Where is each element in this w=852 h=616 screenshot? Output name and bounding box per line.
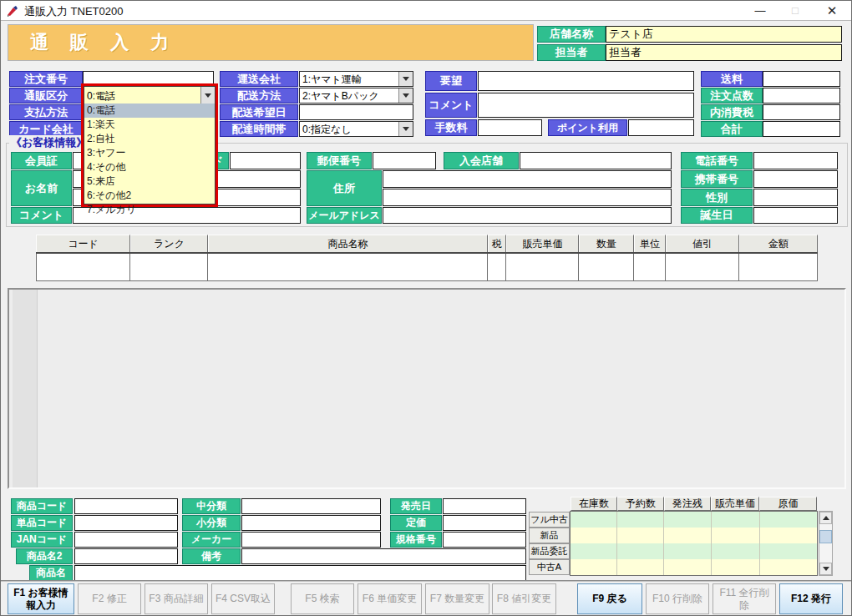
- carrier-combobox[interactable]: 1:ヤマト運輸: [299, 71, 413, 87]
- stock-cell: [571, 559, 617, 575]
- unit-code-label: 単品コード: [11, 515, 73, 531]
- chevron-down-icon[interactable]: [398, 88, 413, 103]
- stock-cell: [712, 512, 760, 528]
- request-field[interactable]: [478, 71, 694, 91]
- col-header-quantity: 数量: [579, 235, 634, 253]
- member-code-field[interactable]: [230, 152, 301, 169]
- chevron-down-icon[interactable]: [398, 122, 413, 136]
- minimize-button[interactable]: —: [746, 1, 774, 20]
- birthday-field[interactable]: [753, 207, 838, 224]
- small-class-label: 小分類: [182, 515, 241, 531]
- comment-label: コメント: [425, 93, 477, 118]
- col-header-tax: 税: [488, 235, 506, 253]
- item-cell[interactable]: [36, 254, 130, 281]
- fkey-bar-divider: [1, 580, 851, 582]
- dropdown-option[interactable]: 7:メルカリ: [84, 203, 215, 217]
- email-field[interactable]: [383, 207, 672, 224]
- fkey-f5-button: F5 検索: [291, 583, 354, 614]
- maker-label: メーカー: [182, 532, 241, 548]
- mid-class-label: 中分類: [182, 498, 241, 514]
- item-cell[interactable]: [208, 254, 488, 281]
- stock-cell: [712, 559, 760, 575]
- stock-row-new-consign: 新品委託: [529, 543, 570, 559]
- scrollbar-thumb[interactable]: [819, 530, 832, 543]
- stock-cell: [712, 543, 760, 559]
- item-cell[interactable]: [579, 254, 634, 281]
- fee-field[interactable]: [478, 119, 542, 136]
- store-name-label: 店舗名称: [537, 26, 606, 43]
- category-dropdown[interactable]: 0:電話 0:電話 1:楽天 2:自社 3:ヤフー 4:その他 5:来店 6:そ…: [81, 83, 218, 207]
- delivery-time-value: 0:指定なし: [302, 122, 352, 136]
- stock-cell: [664, 559, 711, 575]
- dropdown-option[interactable]: 2:自社: [84, 132, 215, 146]
- payment-label: 支払方法: [9, 104, 83, 120]
- shipping-fee-field[interactable]: [763, 71, 840, 87]
- product-code-label: 商品コード: [11, 498, 73, 514]
- delivery-time-label: 配達時間帯: [220, 121, 298, 137]
- item-cell[interactable]: [488, 254, 506, 281]
- fkey-f12-button[interactable]: F12 発行: [779, 583, 843, 614]
- phone-label: 電話番号: [681, 152, 753, 169]
- delivery-method-label: 配送方法: [220, 88, 298, 104]
- dropdown-option[interactable]: 4:その他: [84, 160, 215, 174]
- delivery-date-field[interactable]: [299, 104, 413, 120]
- col-header-rank: ランク: [130, 235, 208, 253]
- stock-cell: [617, 559, 664, 575]
- item-cell[interactable]: [130, 254, 208, 281]
- total-field: [763, 121, 840, 137]
- stock-cell: [664, 512, 711, 528]
- store-name-field[interactable]: テスト店: [606, 26, 842, 43]
- chevron-down-icon[interactable]: [200, 87, 215, 104]
- postal-code-field[interactable]: [373, 152, 436, 169]
- address-field-2[interactable]: [383, 189, 672, 206]
- dropdown-option[interactable]: 6:その他2: [84, 189, 215, 203]
- dropdown-option[interactable]: 0:電話: [84, 104, 215, 118]
- fkey-f8-button: F8 値引変更: [492, 583, 556, 614]
- product-name-label: 商品名: [29, 565, 73, 581]
- col-header-unit: 単位: [634, 235, 666, 253]
- category-combobox[interactable]: 0:電話: [84, 86, 216, 105]
- mobile-label: 携帯番号: [681, 170, 753, 188]
- stock-header-cost: 原価: [759, 497, 817, 511]
- fkey-f1-button[interactable]: F1 お客様情報入力: [8, 583, 74, 614]
- delivery-time-combobox[interactable]: 0:指定なし: [299, 121, 413, 137]
- mobile-field[interactable]: [753, 170, 838, 188]
- stock-grid-row: [571, 512, 817, 528]
- points-field[interactable]: [628, 119, 694, 136]
- product-name-field: [74, 565, 526, 581]
- dropdown-option[interactable]: 5:来店: [84, 174, 215, 189]
- scroll-up-icon[interactable]: [819, 512, 832, 524]
- stock-cell: [571, 528, 617, 543]
- stock-scrollbar[interactable]: [819, 511, 833, 576]
- gender-label: 性別: [681, 189, 753, 206]
- fkey-f3-button: F3 商品詳細: [145, 583, 208, 614]
- dropdown-option[interactable]: 1:楽天: [84, 118, 215, 132]
- fkey-f6-button: F6 単価変更: [358, 583, 422, 614]
- product-name2-field: [74, 548, 178, 564]
- customer-section-title: 《お客様情報》: [9, 135, 89, 150]
- item-cell[interactable]: [666, 254, 739, 281]
- item-cell[interactable]: [634, 254, 666, 281]
- fkey-f4-button: F4 CSV取込: [211, 583, 275, 614]
- comment-field[interactable]: [478, 93, 694, 118]
- phone-field[interactable]: [753, 152, 838, 169]
- scroll-down-icon[interactable]: [819, 563, 832, 575]
- chevron-down-icon[interactable]: [398, 72, 413, 86]
- stock-grid: [570, 511, 818, 576]
- gender-field[interactable]: [753, 189, 838, 206]
- list-price-field: [443, 515, 526, 531]
- dropdown-option[interactable]: 3:ヤフー: [84, 146, 215, 160]
- stock-cell: [760, 528, 817, 543]
- app-icon: [6, 4, 19, 18]
- delivery-method-combobox[interactable]: 2:ヤマトBパック: [299, 88, 413, 104]
- item-cell[interactable]: [506, 254, 579, 281]
- screen-banner: 通 販 入 力: [8, 24, 534, 61]
- fkey-f9-button[interactable]: F9 戻る: [577, 583, 642, 614]
- close-button[interactable]: ✕: [818, 1, 846, 20]
- item-cell[interactable]: [739, 254, 818, 281]
- address-field-1[interactable]: [383, 170, 672, 188]
- order-items-panel: [8, 288, 846, 489]
- staff-field[interactable]: 担当者: [606, 44, 842, 61]
- category-label: 通販区分: [9, 88, 83, 104]
- join-store-field[interactable]: [520, 152, 672, 169]
